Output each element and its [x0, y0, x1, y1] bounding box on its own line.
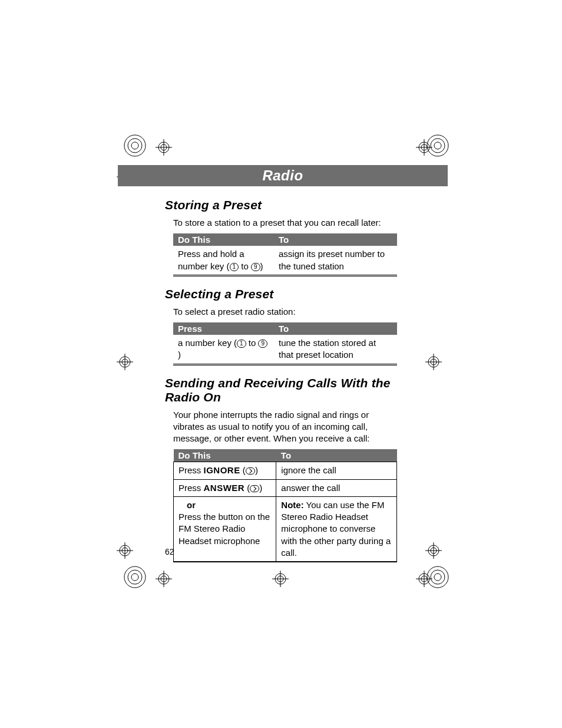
corner-rosette-icon: [123, 565, 147, 589]
table-calls: Do This To Press IGNORE () ignore the ca…: [173, 449, 397, 562]
table-storing: Do This To Press and hold a number key (…: [173, 233, 397, 276]
softkey-icon: [250, 485, 259, 492]
svg-point-46: [131, 142, 138, 149]
corner-rosette-icon: [425, 565, 450, 589]
registration-mark-icon: [117, 542, 133, 559]
svg-point-49: [434, 142, 441, 149]
svg-point-44: [124, 135, 146, 156]
registration-mark-icon: [272, 571, 289, 587]
table-header: To: [274, 233, 397, 246]
svg-point-48: [431, 139, 445, 153]
table-cell: a number key (1 to 9): [173, 335, 274, 364]
corner-rosette-icon: [123, 133, 147, 158]
manual-page: Radio Storing a Preset To store a statio…: [0, 0, 562, 728]
chapter-title: Radio: [118, 165, 448, 186]
registration-mark-icon: [117, 354, 133, 370]
svg-point-53: [427, 566, 448, 588]
page-content: Radio Storing a Preset To store a statio…: [165, 165, 401, 562]
table-header: Do This: [173, 233, 274, 246]
table-cell: Press IGNORE (): [174, 462, 276, 479]
key-9-icon: 9: [258, 340, 267, 348]
table-header: To: [274, 322, 397, 335]
svg-point-55: [434, 574, 441, 581]
table-header: Press: [173, 322, 274, 335]
table-cell: ignore the call: [276, 462, 397, 479]
table-selecting: Press To a number key (1 to 9) tune the …: [173, 322, 397, 365]
section-heading-selecting: Selecting a Preset: [165, 287, 401, 301]
page-number: 62: [165, 547, 174, 556]
section-heading-calls: Sending and Receiving Calls With the Rad…: [165, 376, 401, 404]
section-heading-storing: Storing a Preset: [165, 198, 401, 212]
registration-mark-icon: [156, 571, 172, 587]
svg-point-54: [431, 570, 445, 584]
table-cell: Note: You can use the FM Stereo Radio He…: [276, 496, 397, 562]
svg-point-47: [427, 135, 448, 156]
svg-point-50: [124, 566, 146, 588]
key-1-icon: 1: [237, 340, 246, 348]
svg-point-52: [131, 574, 138, 581]
table-cell: Press and hold a number key (1 to 9): [173, 246, 274, 275]
svg-point-51: [128, 570, 142, 584]
registration-mark-icon: [425, 542, 442, 559]
table-cell: Press ANSWER (): [174, 479, 276, 496]
key-1-icon: 1: [230, 263, 239, 271]
table-cell: tune the station stored at that preset l…: [274, 335, 397, 364]
table-cell: assign its preset number to the tuned st…: [274, 246, 397, 275]
table-cell: or Press the button on the FM Stereo Rad…: [174, 496, 276, 562]
intro-text: Your phone interrupts the radio signal a…: [173, 409, 401, 445]
key-9-icon: 9: [251, 263, 260, 271]
svg-point-45: [128, 139, 142, 153]
intro-text: To select a preset radio station:: [173, 306, 401, 318]
registration-mark-icon: [156, 139, 172, 156]
corner-rosette-icon: [425, 133, 450, 158]
intro-text: To store a station to a preset that you …: [173, 217, 401, 229]
table-cell: answer the call: [276, 479, 397, 496]
table-header: Do This: [174, 449, 276, 462]
registration-mark-icon: [425, 354, 442, 370]
softkey-icon: [246, 467, 255, 475]
table-header: To: [276, 449, 397, 462]
